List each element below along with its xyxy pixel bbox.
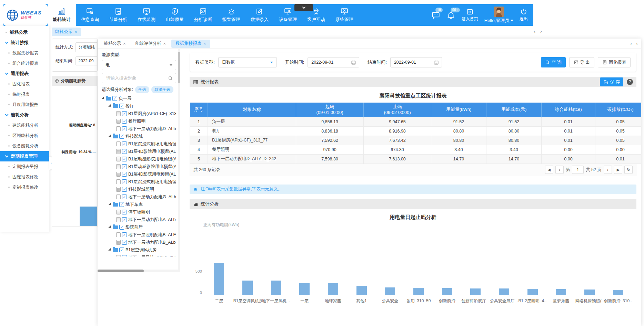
last-page-button[interactable]: ▶ bbox=[614, 166, 622, 174]
checkbox-checked-icon[interactable]: ✓ bbox=[122, 164, 127, 169]
bar-创新前沿[interactable] bbox=[442, 288, 452, 295]
sidebar-item-定期报表呈报[interactable]: 定期报表呈报 bbox=[0, 161, 49, 172]
menu-dropdown[interactable] bbox=[294, 4, 313, 11]
table-row[interactable]: 5地下一层动力配电D_ALb1-D_2427,598.307,613.0014.… bbox=[190, 154, 642, 164]
tree-node[interactable]: ✓B1层4D影院用电预留(ALb1-YY(4 bbox=[102, 170, 176, 178]
checkbox-checked-icon[interactable]: ✓ bbox=[119, 202, 124, 207]
bar-备用_310_59[interactable] bbox=[413, 288, 424, 295]
bar-网络机房预留(...[interactable] bbox=[584, 290, 595, 295]
home-button[interactable]: 进入首页 bbox=[462, 8, 478, 22]
end-date-input[interactable]: 2022-09-01 bbox=[390, 57, 442, 67]
user-menu[interactable]: Hello,管理员 bbox=[484, 7, 513, 24]
bar-B1-2层照明_4...[interactable] bbox=[527, 289, 538, 295]
search-input[interactable] bbox=[105, 75, 168, 81]
close-icon[interactable]: × bbox=[123, 41, 126, 46]
tree-node[interactable]: ✓地下一层照明配电B_ALEb1-B_26 bbox=[102, 231, 176, 239]
bar-一层[interactable] bbox=[299, 283, 310, 295]
sidebar-item-数据集抄报表[interactable]: 数据集抄报表 bbox=[0, 48, 49, 58]
deselect-all-button[interactable]: 取消全选 bbox=[151, 86, 173, 93]
checkbox-checked-icon[interactable]: ✓ bbox=[122, 187, 127, 192]
logout-button[interactable]: 退出 bbox=[520, 8, 528, 22]
bar-其他1[interactable] bbox=[356, 286, 367, 295]
tree-expand-icon[interactable] bbox=[108, 225, 112, 229]
bar-二层[interactable] bbox=[214, 263, 224, 295]
query-button[interactable]: 查 询 bbox=[541, 57, 565, 67]
tree-node[interactable]: ✓餐厅照明 bbox=[102, 117, 176, 125]
sidebar-item-定期报表管理[interactable]: 定期报表管理 bbox=[0, 151, 49, 161]
alerts-button[interactable]: 99+ bbox=[446, 11, 455, 20]
tree-node[interactable]: ✓地下一层风机_ACb1_252 bbox=[102, 254, 176, 256]
tree-node[interactable]: ✓餐厅 bbox=[102, 102, 176, 110]
tree-node[interactable]: ✓B1层空调风机房 bbox=[102, 246, 176, 254]
scroll-left-icon[interactable]: ‹ bbox=[534, 28, 535, 34]
tree-node[interactable]: ✓地下一层动力配电B_ALb1-B_267 bbox=[102, 239, 176, 246]
messages-button[interactable]: 19 bbox=[431, 11, 440, 20]
table-row[interactable]: 1负一层9,856.139,947.6591.5291.520.010.05 bbox=[190, 117, 642, 126]
bar-童梦乐园[interactable] bbox=[556, 289, 566, 295]
close-icon[interactable]: × bbox=[74, 29, 77, 34]
search-icon[interactable] bbox=[168, 76, 173, 81]
checkbox-checked-icon[interactable]: ✓ bbox=[119, 225, 124, 230]
sidebar-item-能耗公示[interactable]: 能耗公示 bbox=[0, 27, 49, 38]
tree-expand-icon[interactable] bbox=[108, 203, 112, 207]
first-page-button[interactable]: ◀ bbox=[545, 166, 553, 174]
checkbox-checked-icon[interactable]: ✓ bbox=[122, 157, 127, 161]
outer-tab-energy-public[interactable]: 能耗公示 × bbox=[52, 28, 81, 36]
tree-expand-icon[interactable] bbox=[108, 135, 112, 138]
tree-expand-icon[interactable] bbox=[102, 97, 105, 101]
scroll-left-icon[interactable]: ‹ bbox=[630, 41, 632, 46]
checkbox-checked-icon[interactable]: ✓ bbox=[112, 96, 117, 101]
page-number-input[interactable] bbox=[572, 166, 584, 174]
refresh-button[interactable]: ↻ bbox=[624, 166, 633, 174]
export-button[interactable]: 导 出 bbox=[569, 57, 594, 67]
nav-item-shield-bolt[interactable]: 电能质量 bbox=[161, 4, 189, 26]
sidebar-item-临时报表[interactable]: 临时报表 bbox=[0, 89, 49, 99]
sidebar-item-月度用能报告[interactable]: 月度用能报告 bbox=[0, 99, 49, 110]
help-icon[interactable]: ? bbox=[627, 79, 633, 85]
sidebar-item-设备能耗分析[interactable]: 设备能耗分析 bbox=[0, 141, 49, 151]
checkbox-checked-icon[interactable]: ✓ bbox=[122, 149, 127, 154]
next-page-button[interactable]: › bbox=[604, 166, 612, 174]
bar-B1层空调风机房[interactable] bbox=[242, 281, 253, 295]
checkbox-checked-icon[interactable]: ✓ bbox=[122, 255, 127, 256]
tree-node[interactable]: ✓影院前厅 bbox=[102, 223, 176, 231]
sidebar-item-固定报表修改[interactable]: 固定报表修改 bbox=[0, 172, 49, 182]
sidebar-item-能耗分析[interactable]: 能耗分析 bbox=[0, 110, 49, 120]
nav-item-system[interactable]: 系统管理 bbox=[330, 4, 359, 26]
sidebar-item-统计抄报[interactable]: 统计抄报 bbox=[0, 38, 49, 48]
select-all-button[interactable]: 全选 bbox=[135, 86, 149, 93]
checkbox-checked-icon[interactable]: ✓ bbox=[122, 194, 127, 199]
nav-item-edit[interactable]: 数据录入 bbox=[245, 4, 274, 26]
bar-创新前沿展厅_...[interactable] bbox=[470, 288, 481, 295]
tree-node[interactable]: ✓停车场照明 bbox=[102, 208, 176, 216]
nav-item-stats[interactable]: 能耗统计 bbox=[48, 4, 76, 26]
start-date-input[interactable]: 2022-09-01 bbox=[308, 57, 359, 67]
sidebar-item-区域能耗分析[interactable]: 区域能耗分析 bbox=[0, 130, 49, 141]
checkbox-checked-icon[interactable]: ✓ bbox=[122, 179, 127, 184]
checkbox-checked-icon[interactable]: ✓ bbox=[122, 172, 127, 177]
tree-expand-icon[interactable] bbox=[108, 104, 112, 108]
checkbox-checked-icon[interactable]: ✓ bbox=[122, 232, 127, 237]
tree-vertical-scrollbar[interactable] bbox=[178, 49, 180, 272]
scroll-right-icon[interactable]: › bbox=[636, 41, 638, 46]
nav-item-energy[interactable]: 节能分析 bbox=[104, 4, 132, 26]
tree-node[interactable]: ✓地下一层动力配电G_ALb1-G_269 bbox=[102, 193, 176, 201]
table-row[interactable]: 2餐厅8,836.188,916.9880.8080.800.010.05 bbox=[190, 126, 642, 136]
prev-page-button[interactable]: ‹ bbox=[555, 166, 564, 174]
nav-item-info-search[interactable]: 信息查询 bbox=[76, 4, 104, 26]
sidebar-item-通用报表[interactable]: 通用报表 bbox=[0, 69, 49, 79]
checkbox-checked-icon[interactable]: ✓ bbox=[122, 119, 127, 124]
checkbox-checked-icon[interactable]: ✓ bbox=[122, 126, 127, 131]
table-row[interactable]: 3B1层厨房(APb1-CF)_313_777,592.627,673.4280… bbox=[190, 136, 642, 145]
checkbox-checked-icon[interactable]: ✓ bbox=[122, 141, 127, 146]
energy-type-select[interactable]: 电 bbox=[102, 60, 176, 70]
data-type-select[interactable]: 日数据 bbox=[218, 57, 277, 67]
checkbox-checked-icon[interactable]: ✓ bbox=[122, 217, 127, 222]
checkbox-checked-icon[interactable]: ✓ bbox=[122, 240, 127, 245]
tree-node[interactable]: ✓地下车库 bbox=[102, 201, 176, 208]
table-row[interactable]: 4餐厅照明970.90974.303.403.400.000.00 bbox=[190, 145, 642, 154]
nav-item-id-card[interactable]: 分析诊断 bbox=[189, 4, 217, 26]
tree-node[interactable]: ✓B1层4D影院用电预留(ALb1-YY(4 bbox=[102, 148, 176, 155]
save-button[interactable]: 保 存 bbox=[600, 77, 623, 86]
checkbox-checked-icon[interactable]: ✓ bbox=[119, 134, 124, 139]
